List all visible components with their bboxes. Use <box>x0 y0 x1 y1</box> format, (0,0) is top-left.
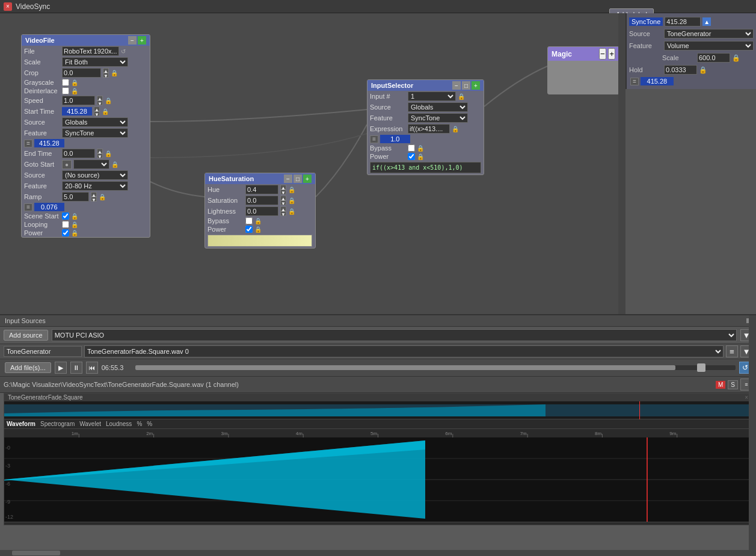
hs-lightness-lock[interactable]: 🔒 <box>288 208 295 215</box>
vf-crop-lock[interactable]: 🔒 <box>111 70 118 76</box>
progress-bar[interactable] <box>135 365 736 370</box>
tab-loudness[interactable]: Loudness <box>106 421 132 427</box>
hs-saturation-input[interactable] <box>245 196 278 205</box>
vf-file-lock[interactable]: ↺ <box>121 48 126 55</box>
vf-gotostart-btn[interactable]: ● <box>62 160 72 169</box>
vf-scenestart-check[interactable] <box>62 212 69 220</box>
is-expression-input[interactable] <box>408 124 450 134</box>
play-button[interactable]: ▶ <box>55 362 67 374</box>
vf-speed-input[interactable] <box>62 96 95 105</box>
globals-feature-select[interactable]: Volume <box>664 41 754 51</box>
vf-source2-select[interactable]: (No source) <box>62 170 128 180</box>
is-expression-lock[interactable]: 🔒 <box>452 126 459 132</box>
hs-power-check[interactable] <box>245 226 253 233</box>
tab-waveform[interactable]: Waveform <box>7 421 35 427</box>
canvas-scrollbar-v[interactable] <box>618 13 625 314</box>
source-dropdown[interactable]: MOTU PCI ASIO <box>52 329 737 341</box>
source-file-dropdown[interactable]: ToneGeneratorFade.Square.wav 0 <box>84 345 724 357</box>
vf-ramp-lock[interactable]: 🔒 <box>99 194 106 200</box>
tab-pct1[interactable]: % <box>137 421 142 427</box>
hs-hue-up[interactable]: ▲ <box>280 185 286 190</box>
vf-file-input[interactable] <box>62 46 119 56</box>
hs-lightness-input[interactable] <box>245 206 278 216</box>
vf-starttime-up[interactable]: ▲ <box>94 107 100 111</box>
vf-endtime-down[interactable]: ▼ <box>97 153 103 158</box>
vf-power-check[interactable] <box>62 229 69 236</box>
sources-scrollbar-v[interactable] <box>749 315 756 556</box>
tab-spectrogram[interactable]: Spectrogram <box>40 421 75 427</box>
source-name-input[interactable] <box>4 346 82 357</box>
vf-deinterlace-lock[interactable]: 🔒 <box>71 88 78 94</box>
vf-speed-down[interactable]: ▼ <box>97 100 103 105</box>
vf-endtime-up[interactable]: ▲ <box>97 149 103 153</box>
is-source-select[interactable]: Globals <box>408 102 468 112</box>
globals-source-select[interactable]: ToneGenerator <box>664 29 754 39</box>
vf-feature-select[interactable]: SyncTone <box>62 128 128 138</box>
vf-scenestart-lock[interactable]: 🔒 <box>71 213 78 220</box>
vf-crop-down[interactable]: ▼ <box>103 73 109 78</box>
tab-pct2[interactable]: % <box>147 421 152 427</box>
vf-endtime-input[interactable] <box>62 149 95 158</box>
hs-power-lock[interactable]: 🔒 <box>254 226 262 233</box>
hs-minimize-btn[interactable]: − <box>284 175 292 183</box>
vf-grayscale-check[interactable] <box>62 79 69 86</box>
vf-gotostart-select[interactable] <box>73 159 109 169</box>
vf-looping-lock[interactable]: 🔒 <box>71 221 78 228</box>
magic-minimize-btn[interactable]: − <box>599 48 606 60</box>
hs-saturation-down[interactable]: ▼ <box>280 200 286 205</box>
vf-ramp-down[interactable]: ▼ <box>91 197 97 202</box>
hs-saturation-up[interactable]: ▲ <box>280 196 286 200</box>
hs-hue-input[interactable] <box>245 185 278 194</box>
vf-looping-check[interactable] <box>62 221 69 228</box>
globals-synctone-value[interactable] <box>665 17 701 26</box>
globals-up-arrow[interactable]: ▲ <box>702 17 711 26</box>
is-restore-btn[interactable]: □ <box>462 81 470 90</box>
pause-button[interactable]: ⏸ <box>70 362 82 374</box>
hs-restore-btn[interactable]: □ <box>293 175 302 183</box>
vf-speed-lock[interactable]: 🔒 <box>105 97 112 104</box>
waveform-display[interactable]: -0 -3 -6 -9 -12 <box>4 437 752 522</box>
hs-saturation-lock[interactable]: 🔒 <box>288 197 295 204</box>
vf-grayscale-lock[interactable]: 🔒 <box>71 79 78 86</box>
is-power-lock[interactable]: 🔒 <box>417 153 424 160</box>
hs-lightness-up[interactable]: ▲ <box>280 206 286 211</box>
progress-thumb[interactable] <box>697 363 705 372</box>
stop-button[interactable]: ⏮ <box>86 362 98 374</box>
vf-crop-up[interactable]: ▲ <box>103 68 109 73</box>
vf-gotostart-lock[interactable]: 🔒 <box>111 161 118 168</box>
vf-endtime-lock[interactable]: 🔒 <box>105 150 112 157</box>
videofile-minimize-btn[interactable]: − <box>128 36 137 45</box>
vf-speed-up[interactable]: ▲ <box>97 96 103 100</box>
is-feature-select[interactable]: SyncTone <box>408 113 468 123</box>
globals-hold-value[interactable] <box>664 65 697 75</box>
hs-hue-lock[interactable]: 🔒 <box>288 187 295 193</box>
is-inputnum-lock[interactable]: 🔒 <box>458 93 465 100</box>
vf-source-select[interactable]: Globals <box>62 117 128 127</box>
waveform-close-icon[interactable]: × <box>745 394 748 401</box>
hs-hue-down[interactable]: ▼ <box>280 190 286 194</box>
is-minimize-btn[interactable]: − <box>452 81 461 90</box>
vf-starttime-lock[interactable]: 🔒 <box>102 108 109 115</box>
is-power-check[interactable] <box>408 153 415 160</box>
hs-lightness-down[interactable]: ▼ <box>280 211 286 216</box>
add-files-button[interactable]: Add file(s)... <box>5 362 51 373</box>
tab-wavelet[interactable]: Wavelet <box>79 421 101 427</box>
vf-power-lock[interactable]: 🔒 <box>71 230 78 236</box>
magic-expand-btn[interactable]: + <box>608 48 615 60</box>
hs-bypass-lock[interactable]: 🔒 <box>254 218 262 224</box>
is-inputnum-select[interactable]: 1 <box>408 91 456 101</box>
hs-bypass-check[interactable] <box>245 217 253 224</box>
globals-scale-value[interactable] <box>697 53 730 63</box>
is-bypass-lock[interactable]: 🔒 <box>417 145 424 152</box>
s-button[interactable]: S <box>728 380 738 389</box>
vf-ramp-input[interactable] <box>62 192 89 202</box>
vf-ramp-up[interactable]: ▲ <box>91 192 97 197</box>
videofile-expand-btn[interactable]: + <box>138 36 146 45</box>
vf-starttime-down[interactable]: ▼ <box>94 111 100 116</box>
bottom-scrollbar[interactable] <box>0 550 756 556</box>
is-expand-btn[interactable]: + <box>472 81 480 90</box>
vf-feature2-select[interactable]: 20-80 Hz <box>62 181 128 191</box>
bottom-scrollbar-thumb[interactable] <box>12 551 60 555</box>
is-bypass-check[interactable] <box>408 144 415 152</box>
hs-expand-btn[interactable]: + <box>303 175 312 183</box>
